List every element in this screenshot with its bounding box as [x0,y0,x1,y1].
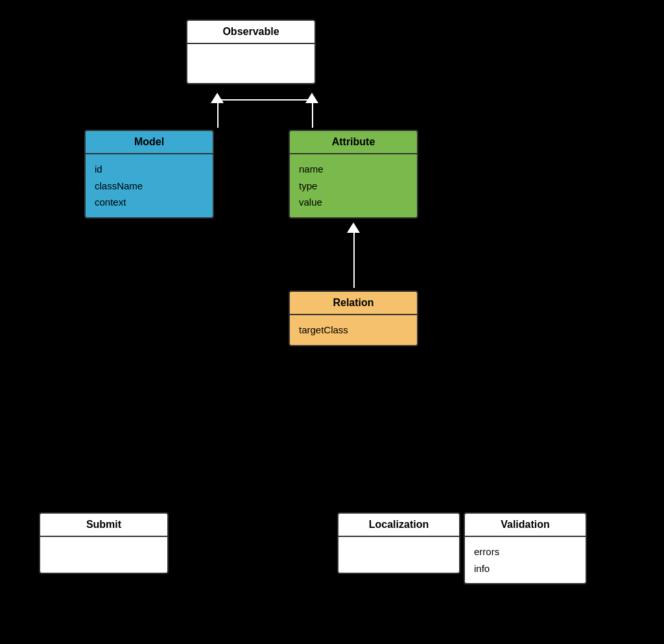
submit-class: Submit [39,512,169,574]
model-attr-classname: className [95,178,204,195]
horizontal-connector [217,99,313,101]
relation-to-attribute-line [353,228,355,288]
localization-header: Localization [338,514,459,537]
model-attr-id: id [95,161,204,178]
submit-header: Submit [40,514,167,537]
attribute-class: Attribute name type value [289,130,418,219]
attribute-attr-value: value [299,194,408,211]
relation-attr-targetclass: targetClass [299,322,408,339]
validation-class: Validation errors info [464,512,587,584]
relation-body: targetClass [290,315,417,345]
validation-attr-info: info [474,560,576,577]
observable-body [187,44,314,83]
relation-inherit-arrow [347,222,360,233]
model-header: Model [86,131,213,154]
attribute-attr-type: type [299,178,408,195]
localization-body [338,537,459,573]
validation-body: errors info [465,537,586,583]
observable-class: Observable [186,19,316,84]
attribute-header: Attribute [290,131,417,154]
model-class: Model id className context [84,130,214,219]
attribute-attr-name: name [299,161,408,178]
submit-body [40,537,167,573]
localization-class: Localization [337,512,460,574]
observable-header: Observable [187,21,314,44]
model-attr-context: context [95,194,204,211]
model-inherit-arrow [211,93,224,103]
validation-attr-errors: errors [474,543,576,560]
attribute-body: name type value [290,154,417,217]
relation-class: Relation targetClass [289,291,418,346]
model-body: id className context [86,154,213,217]
relation-header: Relation [290,292,417,315]
attribute-inherit-arrow [305,93,318,103]
validation-header: Validation [465,514,586,537]
